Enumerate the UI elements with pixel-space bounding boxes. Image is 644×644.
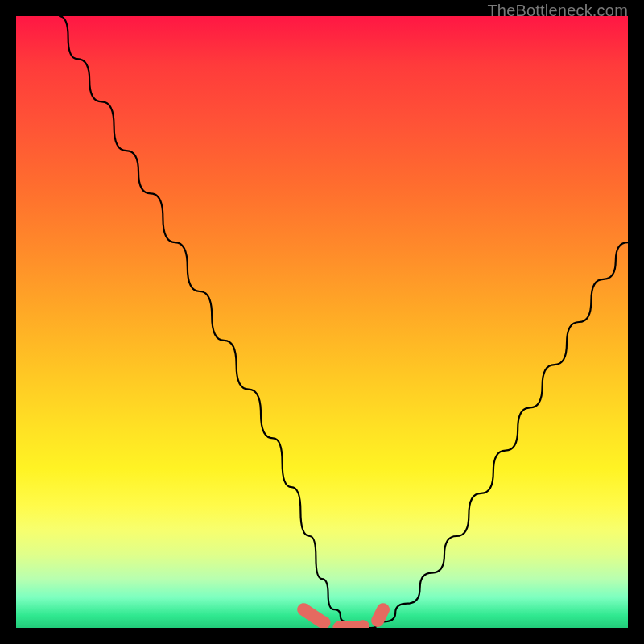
bottleneck-curve bbox=[59, 16, 628, 628]
optimal-range-marker bbox=[303, 609, 383, 628]
plot-area bbox=[16, 16, 628, 628]
chart-overlay bbox=[16, 16, 628, 628]
chart-frame: TheBottleneck.com bbox=[0, 0, 644, 644]
